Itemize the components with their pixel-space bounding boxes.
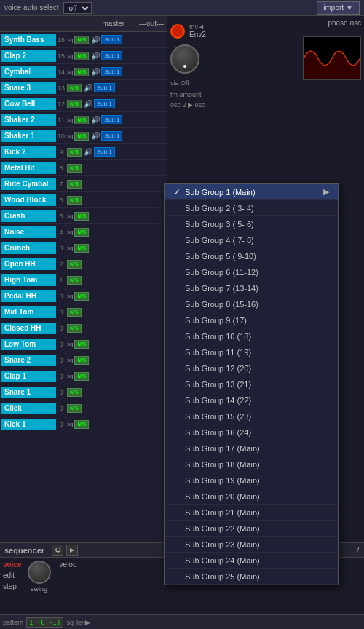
ms-button[interactable]: MS: [74, 340, 89, 349]
seq-play-button[interactable]: ▶: [66, 545, 78, 556]
instrument-row[interactable]: Clap 10sqMS: [0, 368, 167, 384]
swing-knob[interactable]: [28, 561, 51, 584]
dropdown-item[interactable]: Sub Group 7 (13-14): [165, 280, 338, 296]
ms-button[interactable]: MS: [74, 116, 89, 124]
dropdown-item-label: Sub Group 4 ( 7- 8): [185, 236, 254, 245]
instrument-row[interactable]: Synth Bass16sqMS🔊Sub 1: [0, 32, 167, 48]
knob-dot: [183, 65, 186, 68]
dropdown-item[interactable]: Sub Group 14 (22): [165, 392, 338, 408]
dropdown-item[interactable]: Sub Group 24 (Main): [165, 553, 338, 569]
sub-group-button[interactable]: Sub 1: [101, 35, 122, 44]
sub-group-button[interactable]: Sub 1: [101, 131, 122, 141]
instrument-row[interactable]: Shaker 110sqMS🔊Sub 1: [0, 128, 167, 144]
ms-button[interactable]: MS: [74, 52, 89, 60]
dropdown-item[interactable]: Sub Group 11 (19): [165, 344, 338, 360]
dropdown-item-label: Sub Group 10 (18): [185, 332, 251, 341]
instrument-row[interactable]: Metal Hit8MS: [0, 160, 167, 176]
ms-button[interactable]: MS: [67, 260, 82, 269]
ms-button[interactable]: MS: [67, 388, 82, 397]
dropdown-item[interactable]: Sub Group 19 (Main): [165, 472, 338, 488]
sq-label: sq: [67, 36, 73, 43]
instrument-row[interactable]: Cow Bell12MS🔊Sub 1: [0, 96, 167, 112]
dropdown-item[interactable]: Sub Group 18 (Main): [165, 456, 338, 472]
dropdown-item[interactable]: Sub Group 22 (Main): [165, 521, 338, 537]
ms-button[interactable]: MS: [74, 356, 89, 365]
instrument-row[interactable]: Shaker 211sqMS🔊Sub 1: [0, 112, 167, 128]
ms-button[interactable]: MS: [67, 164, 82, 173]
dropdown-item[interactable]: Sub Group 4 ( 7- 8): [165, 232, 338, 248]
ms-button[interactable]: MS: [67, 100, 82, 108]
dropdown-item[interactable]: Sub Group 12 (20): [165, 360, 338, 376]
subgroup-dropdown[interactable]: ✓Sub Group 1 (Main)▶Sub Group 2 ( 3- 4)S…: [164, 183, 339, 585]
instrument-row[interactable]: Noise4sqMS: [0, 224, 167, 240]
dropdown-item[interactable]: Sub Group 9 (17): [165, 312, 338, 328]
instrument-row[interactable]: Kick 10sqMS: [0, 416, 167, 432]
main-knob[interactable]: [170, 44, 199, 74]
import-button[interactable]: import ▼: [317, 1, 360, 15]
speaker-icon: 🔊: [84, 100, 92, 108]
power-button[interactable]: [170, 24, 185, 39]
instrument-row[interactable]: Open HH2MS: [0, 256, 167, 272]
dropdown-item[interactable]: Sub Group 15 (23): [165, 408, 338, 424]
ms-button[interactable]: MS: [74, 228, 89, 237]
ms-button[interactable]: MS: [67, 148, 82, 157]
dropdown-item[interactable]: Sub Group 6 (11-12): [165, 264, 338, 280]
ms-button[interactable]: MS: [67, 324, 82, 333]
instrument-row[interactable]: Ride Cymbal7MS: [0, 176, 167, 192]
ms-button[interactable]: MS: [74, 420, 89, 429]
sub-group-button[interactable]: Sub 1: [101, 67, 122, 76]
ms-button[interactable]: MS: [67, 180, 82, 189]
instrument-row[interactable]: Kick 29MS🔊Sub 1: [0, 144, 167, 160]
ms-button[interactable]: MS: [67, 276, 82, 285]
voice-auto-select-dropdown[interactable]: off: [63, 2, 92, 14]
instrument-row[interactable]: Low Tom0sqMS: [0, 336, 167, 352]
dropdown-item[interactable]: Sub Group 5 ( 9-10): [165, 248, 338, 264]
instrument-row[interactable]: Clap 215sqMS🔊Sub 1: [0, 48, 167, 64]
dropdown-item[interactable]: Sub Group 20 (Main): [165, 488, 338, 505]
ms-button[interactable]: MS: [67, 84, 82, 92]
ms-button[interactable]: MS: [74, 68, 89, 76]
dropdown-item[interactable]: Sub Group 2 ( 3- 4): [165, 200, 338, 216]
sub-group-button[interactable]: Sub 1: [94, 147, 115, 157]
instrument-row[interactable]: Click0MS: [0, 400, 167, 416]
sub-group-button[interactable]: Sub 1: [101, 51, 122, 60]
instrument-row[interactable]: Snare 20sqMS: [0, 352, 167, 368]
instrument-row[interactable]: Snare 313MS🔊Sub 1: [0, 80, 167, 96]
dropdown-item[interactable]: Sub Group 10 (18): [165, 328, 338, 344]
instrument-row[interactable]: Wood Block6MS: [0, 192, 167, 208]
dropdown-item[interactable]: ✓Sub Group 1 (Main)▶: [165, 184, 338, 200]
instrument-number: 0: [56, 341, 66, 348]
instrument-row[interactable]: Pedal HH0sqMS: [0, 288, 167, 304]
ms-button[interactable]: MS: [74, 244, 89, 253]
sub-group-button[interactable]: Sub 1: [101, 115, 122, 124]
seq-power-button[interactable]: ⏻: [52, 545, 63, 556]
dropdown-item[interactable]: Sub Group 16 (24): [165, 424, 338, 440]
dropdown-item[interactable]: Sub Group 8 (15-16): [165, 296, 338, 312]
ms-button[interactable]: MS: [67, 308, 82, 317]
ms-button[interactable]: MS: [74, 36, 89, 44]
instrument-row[interactable]: Cymbal14sqMS🔊Sub 1: [0, 64, 167, 80]
ms-button[interactable]: MS: [74, 372, 89, 381]
sub-group-button[interactable]: Sub 1: [94, 99, 115, 108]
instrument-row[interactable]: Crunch3sqMS: [0, 240, 167, 256]
dropdown-item[interactable]: Sub Group 3 ( 5- 6): [165, 216, 338, 232]
dropdown-item[interactable]: Sub Group 13 (21): [165, 376, 338, 392]
instrument-row[interactable]: Closed HH0MS: [0, 320, 167, 336]
dropdown-item[interactable]: Sub Group 23 (Main): [165, 537, 338, 553]
speaker-icon: 🔊: [91, 116, 100, 124]
ms-button[interactable]: MS: [74, 292, 89, 301]
instrument-row[interactable]: High Tom1MS: [0, 272, 167, 288]
instrument-row[interactable]: Crash5sqMS: [0, 208, 167, 224]
speaker-icon: 🔊: [91, 132, 100, 140]
ms-button[interactable]: MS: [67, 404, 82, 413]
dropdown-item[interactable]: Sub Group 17 (Main): [165, 440, 338, 456]
ms-button[interactable]: MS: [67, 196, 82, 205]
instrument-row[interactable]: Snare 10MS: [0, 384, 167, 400]
instrument-row[interactable]: Mid Tom0MS: [0, 304, 167, 320]
sub-group-button[interactable]: Sub 1: [94, 83, 115, 92]
ms-button[interactable]: MS: [74, 212, 89, 221]
instrument-number: 13: [56, 84, 66, 92]
dropdown-item[interactable]: Sub Group 21 (Main): [165, 505, 338, 521]
ms-button[interactable]: MS: [74, 132, 89, 141]
dropdown-item[interactable]: Sub Group 25 (Main): [165, 569, 338, 585]
